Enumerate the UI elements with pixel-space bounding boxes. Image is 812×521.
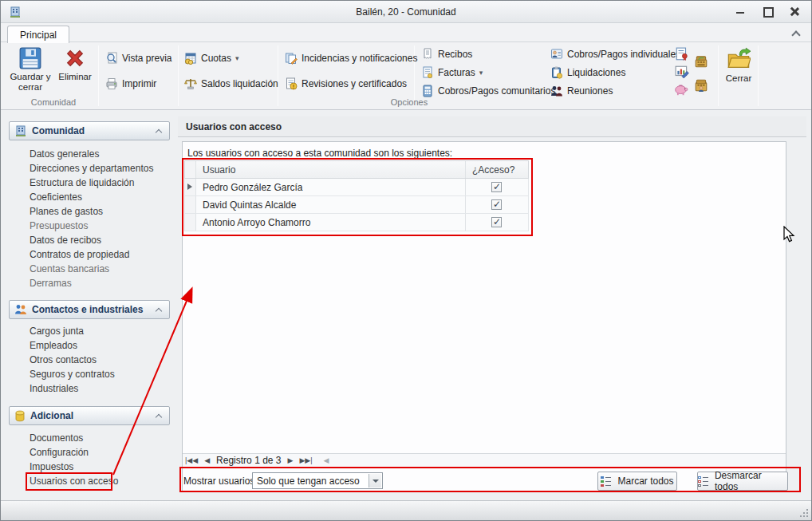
section-title: Comunidad [32, 125, 152, 136]
print-button[interactable]: Imprimir [105, 77, 156, 90]
preview-button[interactable]: Vista previa [105, 52, 171, 65]
sidebar-item-contratos[interactable]: Contratos de propiedad [30, 249, 129, 260]
cuotas-dropdown-icon: ▾ [235, 54, 239, 62]
access-checkbox[interactable] [491, 217, 502, 227]
certificate-icon[interactable] [675, 47, 689, 61]
cobros-individuales-label: Cobros/Pagos individuales [567, 49, 680, 60]
last-record-icon[interactable]: ▶▶| [299, 456, 312, 464]
chevron-up-icon [156, 128, 163, 133]
clipboard-coin-icon [550, 66, 563, 79]
cobros-comunitarios-label: Cobros/Pagos comunitarios [438, 85, 555, 97]
page-bell-icon: ! [285, 77, 298, 90]
row-selector [185, 196, 196, 213]
sidebar-section-contactos[interactable]: Contactos e industriales [9, 300, 170, 319]
record-counter: Registro 1 de 3 [216, 455, 281, 466]
mark-all-button[interactable]: Marcar todos [597, 472, 677, 491]
incidencias-button[interactable]: Incidencias y notificaciones [285, 52, 417, 65]
cash-register-icon[interactable] [694, 54, 708, 69]
sidebar-item-seguros[interactable]: Seguros y contratos [30, 369, 115, 380]
preview-label: Vista previa [122, 53, 171, 64]
minimize-icon[interactable] [735, 6, 746, 17]
floppy-disk-icon [19, 47, 41, 69]
revisiones-button[interactable]: ! Revisiones y certificados [285, 77, 407, 90]
collapse-ribbon-icon[interactable] [792, 30, 800, 36]
cuotas-button[interactable]: Cuotas ▾ [184, 52, 239, 65]
piggy-bank-icon[interactable] [674, 82, 688, 97]
two-people-icon [14, 303, 27, 316]
sidebar-item-direcciones[interactable]: Direcciones y departamentos [30, 163, 153, 174]
access-checkbox[interactable] [491, 199, 502, 210]
scales-icon [184, 77, 197, 90]
checklist-icon [601, 476, 611, 487]
dropdown-arrow-icon[interactable] [369, 474, 381, 487]
liquidaciones-label: Liquidaciones [567, 67, 625, 78]
table-header-row: Usuario ¿Acceso? [184, 160, 529, 179]
chart-pencil-icon[interactable] [675, 65, 689, 79]
status-bar [1, 500, 811, 520]
red-x-icon [64, 47, 86, 69]
table-row[interactable]: David Quintas Alcalde [184, 196, 529, 214]
svg-text:!: ! [293, 84, 294, 89]
column-usuario[interactable]: Usuario [196, 161, 466, 178]
revisiones-label: Revisiones y certificados [302, 78, 407, 89]
sidebar-section-comunidad[interactable]: Comunidad [9, 121, 170, 140]
facturas-button[interactable]: Facturas ▾ [421, 66, 483, 79]
resize-grip[interactable] [798, 507, 808, 517]
sidebar-item-industriales[interactable]: Industriales [30, 383, 78, 394]
cobros-comunitarios-button[interactable]: Cobros/Pagos comunitarios [421, 85, 555, 97]
sidebar-item-configuracion[interactable]: Configuración [30, 447, 89, 458]
save-close-label: Guardar y cerrar [9, 72, 52, 93]
save-close-button[interactable]: Guardar y cerrar [9, 47, 52, 93]
column-acceso[interactable]: ¿Acceso? [466, 161, 528, 178]
cash-register-person-icon[interactable] [694, 78, 708, 93]
sidebar-item-presupuestos[interactable]: Presupuestos [30, 220, 88, 231]
close-icon[interactable] [789, 6, 800, 17]
users-table: Usuario ¿Acceso? Pedro González García D… [184, 160, 529, 231]
sidebar-item-usuarios-con-acceso[interactable]: Usuarios con acceso [30, 476, 118, 487]
open-folder-arrow-icon [727, 47, 751, 71]
cerrar-button[interactable]: Cerrar [721, 47, 756, 84]
window-title: Bailén, 20 - Comunidad [1, 6, 811, 18]
calendar-coins-icon [184, 52, 197, 65]
sidebar-item-datos-recibos[interactable]: Datos de recibos [30, 235, 101, 246]
pages-pencil-icon [285, 52, 298, 65]
sidebar-item-impuestos[interactable]: Impuestos [30, 461, 73, 472]
receipt-icon [421, 48, 434, 61]
sidebar-item-cuentas[interactable]: Cuentas bancarias [30, 263, 109, 274]
sidebar-item-otros-contactos[interactable]: Otros contactos [30, 354, 97, 365]
sidebar-item-coeficientes[interactable]: Coeficientes [30, 191, 82, 203]
chevron-up-icon [156, 307, 163, 312]
recibos-label: Recibos [438, 49, 472, 60]
sidebar-item-derramas[interactable]: Derramas [30, 278, 72, 289]
restore-icon[interactable] [762, 6, 773, 17]
section-title: Adicional [30, 410, 152, 421]
previous-record-icon[interactable]: ◀ [204, 456, 210, 464]
table-row[interactable]: Pedro González García [184, 179, 529, 196]
liquidaciones-button[interactable]: Liquidaciones [550, 66, 625, 79]
scroll-left-icon[interactable]: ◀ [324, 456, 329, 464]
recibos-button[interactable]: Recibos [421, 48, 472, 61]
sidebar-item-cargos-junta[interactable]: Cargos junta [30, 326, 84, 337]
page-title: Usuarios con acceso [178, 116, 806, 137]
sidebar-item-estructura[interactable]: Estructura de liquidación [30, 177, 134, 188]
sidebar-item-planes-gastos[interactable]: Planes de gastos [30, 206, 103, 217]
unmark-all-button[interactable]: Desmarcar todos [697, 472, 788, 491]
sidebar-item-datos-generales[interactable]: Datos generales [30, 148, 99, 160]
table-row[interactable]: Antonio Arroyo Chamorro [184, 214, 529, 231]
group-label-opciones: Opciones [102, 97, 716, 107]
next-record-icon[interactable]: ▶ [288, 456, 294, 464]
sidebar-item-empleados[interactable]: Empleados [30, 340, 77, 351]
first-record-icon[interactable]: |◀◀ [185, 456, 198, 464]
two-people-dark-icon [550, 85, 563, 97]
sidebar-section-adicional[interactable]: Adicional [9, 406, 170, 425]
saldos-button[interactable]: Saldos liquidación [184, 77, 278, 90]
app-window: Bailén, 20 - Comunidad Principal Guardar… [0, 0, 812, 521]
cobros-individuales-button[interactable]: Cobros/Pagos individuales [550, 48, 680, 61]
delete-button[interactable]: Eliminar [54, 47, 96, 82]
sidebar-item-documentos[interactable]: Documentos [30, 432, 83, 444]
cuotas-label: Cuotas [201, 53, 231, 64]
reuniones-button[interactable]: Reuniones [550, 85, 613, 97]
access-checkbox[interactable] [491, 182, 502, 192]
show-users-dropdown[interactable]: Solo que tengan acceso [252, 472, 383, 489]
tab-principal[interactable]: Principal [7, 26, 69, 43]
